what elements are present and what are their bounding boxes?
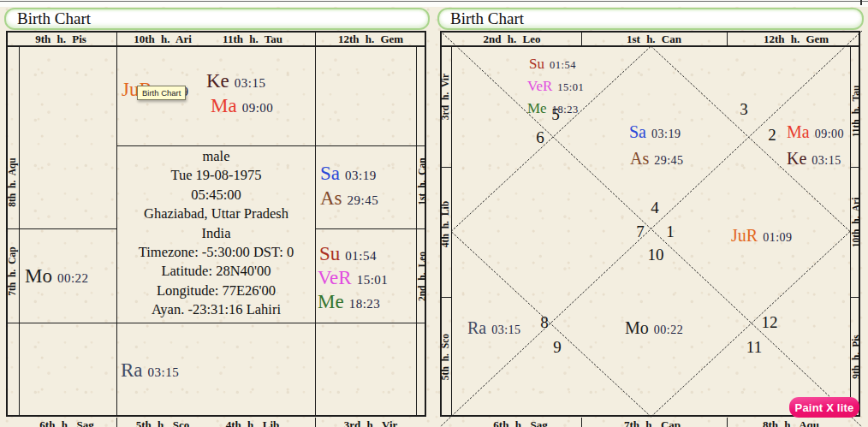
house-label: 1st h. Can bbox=[417, 157, 427, 205]
birth-latitude: Latitude: 28N40'00 bbox=[117, 262, 315, 281]
planet-jupiter[interactable]: JuR01:09 bbox=[731, 226, 793, 246]
house-label: 4th h. Lib bbox=[226, 418, 280, 427]
planet-sun[interactable]: Su01:54 bbox=[529, 56, 576, 73]
planet-mercury[interactable]: Me18:23 bbox=[318, 291, 380, 313]
house-label: 5th h. Sco bbox=[136, 418, 190, 427]
planet-venus[interactable]: VeR15:01 bbox=[318, 267, 388, 289]
house-number: 8 bbox=[540, 313, 549, 332]
house-number: 2 bbox=[768, 126, 776, 145]
birth-timezone: Timezone: -5:30:00 DST: 0 bbox=[117, 243, 315, 262]
birth-chart-screen: Birth Chart 9th h. Pis 10th h. Ari 11th … bbox=[0, 0, 868, 427]
house-number: 12 bbox=[762, 313, 778, 332]
house-label: 7th h. Cap bbox=[7, 246, 17, 295]
planet-moon[interactable]: Mo00:22 bbox=[625, 318, 683, 338]
planet-sun[interactable]: Su01:54 bbox=[319, 243, 377, 265]
planet-mars[interactable]: Ma09:00 bbox=[787, 122, 844, 142]
planet-venus[interactable]: VeR15:01 bbox=[527, 78, 584, 95]
planet-rahu[interactable]: Ra03:15 bbox=[121, 359, 179, 382]
house-label: 6th h. Sag bbox=[39, 418, 93, 427]
diamond-chart-lines bbox=[440, 31, 862, 427]
planet-saturn[interactable]: Sa03:19 bbox=[320, 163, 377, 185]
planet-saturn[interactable]: Sa03:19 bbox=[629, 122, 681, 142]
top-clipped-strip bbox=[0, 0, 868, 7]
planet-rahu[interactable]: Ra03:15 bbox=[467, 318, 521, 338]
house-number: 11 bbox=[746, 338, 762, 357]
house-label: 3rd h. Vir bbox=[344, 418, 398, 427]
planet-ketu[interactable]: Ke03:15 bbox=[787, 149, 841, 169]
tooltip: Birth Chart bbox=[137, 86, 186, 100]
birth-gender: male bbox=[117, 147, 315, 166]
planet-moon[interactable]: Mo00:22 bbox=[25, 265, 89, 288]
birth-country: India bbox=[117, 224, 315, 243]
house-label: 12th h. Gem bbox=[338, 33, 403, 46]
planet-ketu[interactable]: Ke03:15 bbox=[206, 70, 266, 92]
paint-x-lite-watermark: Paint X lite bbox=[789, 397, 859, 418]
house-label: 8th h. Aqu bbox=[7, 157, 17, 206]
house-number: 3 bbox=[740, 100, 748, 119]
house-number: 10 bbox=[648, 246, 664, 264]
house-label: 2nd h. Leo bbox=[417, 252, 427, 301]
house-label: 10th h. Ari bbox=[134, 33, 192, 46]
house-number: 1 bbox=[666, 222, 675, 241]
house-number: 9 bbox=[553, 338, 562, 357]
birth-ayanamsa: Ayan. -23:31:16 Lahiri bbox=[117, 300, 315, 319]
ascendant[interactable]: As29:45 bbox=[320, 187, 378, 210]
ascendant[interactable]: As29:45 bbox=[630, 149, 684, 169]
birth-date: Tue 19-08-1975 bbox=[117, 166, 315, 185]
house-number: 6 bbox=[536, 128, 544, 147]
house-number: 4 bbox=[651, 199, 659, 217]
planet-mercury[interactable]: Me18:23 bbox=[527, 100, 579, 117]
planet-mars[interactable]: Ma09:00 bbox=[211, 95, 273, 117]
left-chart-title-bar[interactable]: Birth Chart bbox=[4, 8, 430, 30]
birth-time: 05:45:00 bbox=[117, 186, 315, 205]
house-label: 9th h. Pis bbox=[35, 33, 86, 46]
house-number: 7 bbox=[636, 222, 645, 241]
birth-longitude: Longitude: 77E26'00 bbox=[117, 282, 315, 300]
birth-place: Ghaziabad, Uttar Pradesh bbox=[117, 205, 315, 223]
right-chart-title-bar[interactable]: Birth Chart bbox=[437, 8, 864, 30]
birth-details: male Tue 19-08-1975 05:45:00 Ghaziabad, … bbox=[117, 147, 315, 320]
house-label: 11th h. Tau bbox=[223, 33, 282, 46]
